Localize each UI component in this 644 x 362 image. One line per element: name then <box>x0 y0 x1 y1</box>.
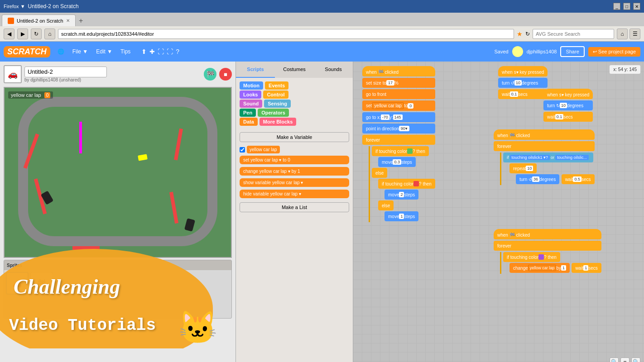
block-wait-05[interactable]: wait 0.5 secs <box>562 174 595 184</box>
change-variable-block[interactable]: change yellow car lap ▾ by 1 <box>240 167 349 176</box>
block-change-lap[interactable]: change yellow car lap by 1 <box>509 263 570 273</box>
block-if-touch-color-1[interactable]: if touching color ? then <box>372 146 429 156</box>
close-btn[interactable]: ✕ <box>633 3 640 10</box>
set-variable-block[interactable]: set yellow car lap ▾ to 0 <box>240 156 349 164</box>
hat-when-clicked-1[interactable]: when 🏁 clicked <box>362 66 435 76</box>
home-icon[interactable]: ⌂ <box>617 29 628 39</box>
block-turn-36[interactable]: turn ↺ 36 degrees <box>516 174 559 184</box>
cat-row-3: Sound Sensing <box>240 100 349 108</box>
browser-tab-scratch[interactable]: Untitled-2 on Scratch ✕ <box>2 14 76 26</box>
block-wait-1sec[interactable]: wait 1 secs <box>572 263 601 273</box>
settings-icon[interactable]: ☰ <box>630 29 640 39</box>
finish-line <box>79 122 82 153</box>
cat-motion[interactable]: Motion <box>240 81 263 90</box>
share-button[interactable]: Share <box>560 46 584 57</box>
fullscreen-icon[interactable]: ⛶ <box>158 48 164 55</box>
cat-pen[interactable]: Pen <box>240 109 256 117</box>
cat-sensing[interactable]: Sensing <box>264 100 291 108</box>
forward-btn[interactable]: ▶ <box>17 29 28 39</box>
add-icon[interactable]: ✚ <box>149 48 155 55</box>
cat-control[interactable]: Control <box>263 90 288 99</box>
project-name-input[interactable] <box>24 67 107 77</box>
stop-btn[interactable]: ⏹ <box>219 68 232 81</box>
back-btn[interactable]: ◀ <box>4 29 14 39</box>
cat-events[interactable]: Events <box>265 81 288 90</box>
home-btn[interactable]: ⌂ <box>44 29 55 39</box>
title-bar: Firefox ▼ Untitled-2 on Scratch _ □ ✕ <box>0 0 644 13</box>
bookmark-icon[interactable]: ★ <box>517 30 523 38</box>
block-stack-2: when s▾ key pressed turn ↺ 10 degrees wa… <box>498 66 548 100</box>
block-point-direction[interactable]: point in direction 90▾ <box>362 124 435 133</box>
menu-edit[interactable]: Edit ▼ <box>92 47 116 57</box>
cat-more-blocks[interactable]: More Blocks <box>260 118 296 126</box>
variable-block-display[interactable]: yellow car lap <box>247 146 280 153</box>
scratch-logo: SCRATCH <box>4 46 50 57</box>
scripts-panel[interactable]: x: 54 y: 145 when 🏁 clicked set size to … <box>353 62 644 362</box>
hide-variable-block[interactable]: hide variable yellow car lap ▾ <box>240 190 349 198</box>
block-if-touch-color-2[interactable]: if touching color ? then <box>378 179 435 189</box>
green-flag-btn[interactable]: 🏁 <box>204 68 216 81</box>
hat-key-pressed-2[interactable]: when s▾ key pressed <box>543 89 593 99</box>
block-if-touching-oilslick[interactable]: if touching oilslick1 ▾? or touching oil… <box>503 152 593 162</box>
see-project-button[interactable]: ↩ See project page <box>588 47 640 57</box>
make-variable-button[interactable]: Make a Variable <box>240 132 349 142</box>
search-input[interactable] <box>533 29 614 39</box>
block-forever-4[interactable]: forever <box>494 241 601 251</box>
block-set-var[interactable]: set yellow car lap to 0 <box>362 100 435 111</box>
block-turn-right[interactable]: turn ↻ 10 degrees <box>543 100 593 110</box>
hat-key-pressed-1[interactable]: when s▾ key pressed <box>498 66 548 76</box>
menu-tips[interactable]: Tips <box>117 47 134 57</box>
zoom-controls: 🔍 = 🔍 <box>610 357 640 362</box>
y-coord: 145 <box>629 67 637 72</box>
tab-sounds[interactable]: Sounds <box>314 62 353 78</box>
help-icon[interactable]: ? <box>176 48 179 55</box>
cat-data[interactable]: Data <box>240 118 258 126</box>
block-move-2[interactable]: move 2 steps <box>384 190 418 200</box>
sprite-item-track[interactable]: 🏁 <box>30 272 53 295</box>
menu-file[interactable]: File ▼ <box>69 47 92 57</box>
scratch-menu: 🌐 File ▼ Edit ▼ Tips <box>54 47 135 57</box>
refresh-btn[interactable]: ↻ <box>31 29 42 39</box>
block-turn-left[interactable]: turn ↺ 10 degrees <box>498 78 548 88</box>
block-else-2[interactable]: else <box>378 200 394 210</box>
block-move-1[interactable]: move 1 steps <box>384 211 418 221</box>
cat-sound[interactable]: Sound <box>240 100 262 108</box>
variable-checkbox[interactable] <box>240 147 245 152</box>
new-tab-btn[interactable]: + <box>76 15 87 26</box>
cat-looks[interactable]: Looks <box>240 90 261 99</box>
url-input[interactable] <box>58 29 514 39</box>
maximize-btn[interactable]: □ <box>623 3 630 10</box>
block-forever-3[interactable]: forever <box>494 141 595 151</box>
hat-when-clicked-3[interactable]: when 🏁 clicked <box>494 129 595 140</box>
minimize-btn[interactable]: _ <box>613 3 620 10</box>
refresh-icon[interactable]: ↻ <box>525 31 530 37</box>
cat-operators[interactable]: Operators <box>258 109 289 117</box>
tab-costumes[interactable]: Costumes <box>275 62 314 78</box>
sprite-item-car[interactable]: 🚗 <box>6 272 29 295</box>
upload-icon[interactable]: ⬆ <box>141 48 147 55</box>
block-forever-1[interactable]: forever <box>362 135 435 145</box>
hat-when-clicked-4[interactable]: when 🏁 clicked <box>494 229 601 239</box>
block-go-to-front[interactable]: go to front <box>362 89 435 99</box>
block-wait-2[interactable]: wait 0.1 secs <box>543 112 593 122</box>
make-list-button[interactable]: Make a List <box>240 202 349 212</box>
block-goto-xy[interactable]: go to x: -70 y: 145 <box>362 112 435 122</box>
show-variable-block[interactable]: show variable yellow car lap ▾ <box>240 178 349 187</box>
block-set-size[interactable]: set size to 17 % <box>362 78 435 88</box>
block-move-03[interactable]: move 0.3 steps <box>378 157 416 167</box>
block-else-1[interactable]: else <box>372 168 387 178</box>
lap-label: yellow car lap <box>11 92 41 98</box>
blocks-panel: Scripts Costumes Sounds Motion Events Lo… <box>235 62 353 362</box>
sprite-area-header: Sprites <box>4 260 231 270</box>
block-wait-1[interactable]: wait 0.1 secs <box>498 89 548 99</box>
block-if-touch-color-4[interactable]: if touching color ? then <box>503 252 560 262</box>
block-repeat-10[interactable]: repeat 10 <box>509 163 537 173</box>
tab-close-icon[interactable]: ✕ <box>66 18 70 23</box>
tab-scripts[interactable]: Scripts <box>236 62 275 78</box>
menu-globe[interactable]: 🌐 <box>54 47 68 57</box>
zoom-in-btn[interactable]: 🔍 <box>610 357 619 362</box>
nav-bar: ◀ ▶ ↻ ⌂ ★ ↻ ⌂ ☰ <box>0 26 644 42</box>
zoom-out-btn[interactable]: 🔍 <box>631 357 640 362</box>
expand-icon[interactable]: ⛶ <box>167 48 173 55</box>
zoom-reset-btn[interactable]: = <box>620 357 630 362</box>
